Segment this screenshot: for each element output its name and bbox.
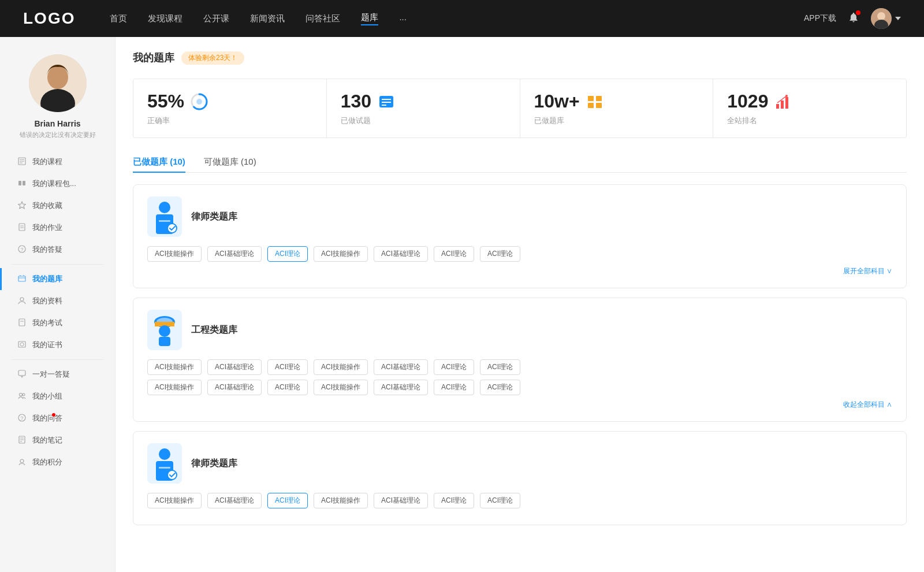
bank-icon [17, 274, 27, 284]
tag[interactable]: ACI理论 [480, 246, 520, 262]
sidebar-label: 我的小组 [32, 391, 62, 402]
stat-done-banks: 10w+ 已做题库 [520, 79, 714, 138]
sidebar-label: 我的课程包... [32, 179, 76, 189]
stat-done-questions: 130 已做试题 [327, 79, 520, 138]
svg-point-55 [167, 224, 177, 233]
svg-rect-13 [19, 224, 25, 231]
sidebar-item-tutor[interactable]: 一对一答疑 [0, 363, 115, 385]
nav-menu: 首页 发现课程 公开课 新闻资讯 问答社区 题库 ··· [110, 12, 804, 25]
svg-point-39 [196, 99, 202, 105]
sidebar-item-profile[interactable]: 我的资料 [0, 290, 115, 312]
sidebar-item-group[interactable]: 我的小组 [0, 385, 115, 407]
sidebar-label: 一对一答疑 [32, 369, 70, 380]
svg-rect-49 [781, 101, 784, 109]
tag[interactable]: ACI基础理论 [207, 359, 262, 375]
sidebar-item-homework[interactable]: 我的作业 [0, 217, 115, 239]
sidebar-item-points[interactable]: 我的积分 [0, 451, 115, 473]
stat-value-row4: 1029 [727, 91, 892, 112]
svg-rect-46 [588, 103, 594, 108]
tag[interactable]: ACI基础理论 [374, 493, 428, 508]
tag[interactable]: ACI基础理论 [374, 380, 428, 395]
svg-marker-12 [18, 202, 26, 209]
tag[interactable]: ACI理论 [434, 246, 474, 262]
sidebar-item-qa[interactable]: ? 我的答疑 [0, 239, 115, 261]
sidebar-item-my-qa[interactable]: ? 我的问答 [0, 407, 115, 429]
done-questions-icon [377, 92, 396, 111]
svg-point-36 [20, 459, 24, 463]
tag[interactable]: ACI理论 [480, 493, 520, 508]
sidebar-item-question-bank[interactable]: 我的题库 [0, 268, 115, 290]
tag[interactable]: ACI技能操作 [314, 246, 368, 262]
tag-active[interactable]: ACI理论 [267, 493, 308, 508]
done-questions-label: 已做试题 [341, 116, 506, 126]
tag[interactable]: ACI理论 [480, 380, 520, 395]
tag[interactable]: ACI理论 [267, 359, 308, 375]
sidebar-item-certificate[interactable]: 我的证书 [0, 334, 115, 356]
sidebar-item-my-course[interactable]: 我的课程 [0, 151, 115, 173]
svg-point-4 [47, 66, 68, 89]
user-avatar [871, 8, 892, 29]
sidebar-label: 我的答疑 [32, 244, 62, 255]
tag[interactable]: ACI理论 [434, 359, 474, 375]
tag[interactable]: ACI技能操作 [314, 359, 368, 375]
tag[interactable]: ACI理论 [480, 359, 520, 375]
tag[interactable]: ACI基础理论 [207, 246, 262, 262]
tags-row-3: ACI技能操作 ACI基础理论 ACI理论 ACI技能操作 ACI基础理论 AC… [147, 493, 892, 508]
nav-question-bank[interactable]: 题库 [361, 12, 378, 25]
tag[interactable]: ACI技能操作 [147, 493, 202, 508]
tab-available-banks[interactable]: 可做题库 (10) [204, 152, 256, 172]
navbar-right: APP下载 [804, 8, 901, 29]
stat-accuracy: 55% 正确率 [133, 79, 327, 138]
navbar: LOGO 首页 发现课程 公开课 新闻资讯 问答社区 题库 ··· APP下载 [0, 0, 924, 37]
tag[interactable]: ACI基础理论 [374, 246, 428, 262]
tag[interactable]: ACI技能操作 [147, 380, 202, 395]
accuracy-value: 55% [147, 91, 184, 112]
tags-row-2b: ACI技能操作 ACI基础理论 ACI理论 ACI技能操作 ACI基础理论 AC… [147, 380, 892, 395]
tag[interactable]: ACI基础理论 [374, 359, 428, 375]
expand-link-1[interactable]: 展开全部科目 ∨ [147, 266, 892, 276]
app-download-link[interactable]: APP下载 [804, 13, 836, 24]
trial-badge: 体验剩余23天！ [181, 51, 244, 65]
sidebar: Brian Harris 错误的决定比没有决定要好 我的课程 我的课程包... … [0, 37, 116, 572]
notification-bell[interactable] [848, 12, 859, 25]
sidebar-label: 我的积分 [32, 457, 62, 467]
notes-icon [17, 436, 27, 445]
sidebar-item-notes[interactable]: 我的笔记 [0, 429, 115, 451]
tag[interactable]: ACI理论 [267, 380, 308, 395]
bank-card-lawyer-2: 律师类题库 ACI技能操作 ACI基础理论 ACI理论 ACI技能操作 ACI基… [133, 431, 907, 525]
svg-rect-10 [18, 181, 21, 185]
tag[interactable]: ACI技能操作 [314, 380, 368, 395]
collapse-link-2[interactable]: 收起全部科目 ∧ [147, 400, 892, 410]
sidebar-menu: 我的课程 我的课程包... 我的收藏 我的作业 [0, 151, 115, 473]
ranking-value: 1029 [727, 91, 768, 112]
tag[interactable]: ACI技能操作 [314, 493, 368, 508]
nav-open-course[interactable]: 公开课 [203, 13, 229, 24]
svg-point-51 [785, 95, 788, 97]
nav-news[interactable]: 新闻资讯 [250, 13, 285, 24]
tag[interactable]: ACI理论 [434, 380, 474, 395]
sidebar-item-favorites[interactable]: 我的收藏 [0, 195, 115, 217]
nav-more[interactable]: ··· [399, 14, 407, 24]
nav-qa[interactable]: 问答社区 [305, 13, 340, 24]
svg-text:?: ? [20, 247, 23, 252]
group-icon [17, 392, 27, 402]
divider2 [12, 359, 103, 360]
sidebar-item-course-package[interactable]: 我的课程包... [0, 173, 115, 195]
tag[interactable]: ACI基础理论 [207, 493, 262, 508]
svg-rect-48 [776, 104, 779, 109]
tag[interactable]: ACI基础理论 [207, 380, 262, 395]
logo: LOGO [23, 9, 75, 28]
tag-active[interactable]: ACI理论 [267, 246, 308, 262]
tag[interactable]: ACI理论 [434, 493, 474, 508]
sidebar-item-exam[interactable]: 我的考试 [0, 312, 115, 334]
tab-done-banks[interactable]: 已做题库 (10) [133, 152, 185, 172]
tag[interactable]: ACI技能操作 [147, 359, 202, 375]
user-avatar-wrapper[interactable] [871, 8, 901, 29]
divider [12, 264, 103, 265]
tabs-row: 已做题库 (10) 可做题库 (10) [133, 152, 907, 173]
nav-discover[interactable]: 发现课程 [148, 13, 182, 24]
tag[interactable]: ACI技能操作 [147, 246, 202, 262]
accuracy-icon [190, 92, 208, 111]
svg-point-52 [159, 202, 170, 213]
nav-home[interactable]: 首页 [110, 13, 127, 24]
